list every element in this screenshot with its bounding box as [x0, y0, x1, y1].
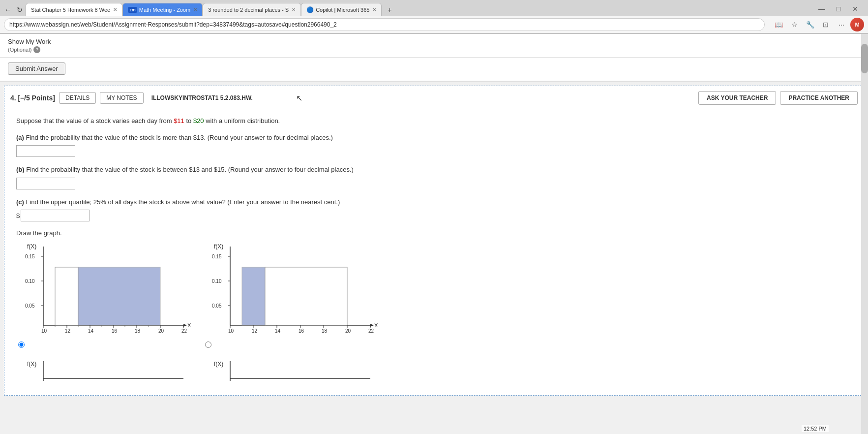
svg-text:18: 18 [322, 328, 328, 334]
scrollbar-thumb[interactable] [861, 44, 868, 73]
sub-question-b-text: (b) Find the probability that the value … [16, 165, 852, 175]
part-c-input[interactable] [21, 210, 90, 221]
tab-close-icon[interactable]: ✕ [372, 7, 376, 12]
svg-text:0.15: 0.15 [25, 254, 35, 259]
svg-text:22: 22 [368, 328, 374, 334]
read-aloud-icon[interactable]: 📖 [772, 18, 785, 31]
between-low: $13 [189, 166, 200, 173]
svg-text:14: 14 [88, 328, 94, 334]
svg-marker-33 [370, 324, 374, 327]
question-container: 4. [–/5 Points] DETAILS MY NOTES ILLOWSK… [4, 86, 864, 396]
part-a-input[interactable] [16, 145, 75, 157]
currency-symbol: $ [16, 212, 20, 219]
chart1-radio-input[interactable] [18, 341, 25, 348]
svg-text:14: 14 [275, 328, 281, 334]
profile-avatar[interactable]: M [850, 18, 864, 31]
cursor-indicator: ↖ [296, 93, 302, 103]
charts-row-1: f(X) X 0.15 [16, 242, 852, 351]
chart-2: f(X) X 0.15 0.10 [203, 242, 380, 351]
close-window-button[interactable]: ✕ [848, 2, 862, 16]
sub-question-c-text: (c) Find the upper quartile; 25% of all … [16, 197, 852, 207]
svg-text:10: 10 [41, 328, 47, 334]
svg-text:22: 22 [181, 328, 187, 334]
tab-close-icon[interactable]: ✕ [292, 7, 296, 12]
tab-copilot[interactable]: 🔵 Copilot | Microsoft 365 ✕ [301, 3, 382, 16]
currency-input-wrapper: $ [16, 210, 852, 221]
question-actions: ASK YOUR TEACHER PRACTICE ANOTHER [698, 91, 858, 105]
chart4-ylabel: f(X) [214, 361, 223, 368]
textbook-reference: ILLOWSKYINTROSTAT1 5.2.083.HW. [151, 94, 253, 101]
svg-rect-41 [242, 267, 265, 325]
tab-label: 3 rounded to 2 decimal places - S [208, 7, 289, 13]
between-high: $15 [214, 166, 225, 173]
restore-button[interactable]: □ [832, 2, 845, 16]
svg-text:0.10: 0.10 [212, 279, 222, 284]
svg-text:16: 16 [299, 328, 304, 334]
tab-3-rounded[interactable]: 3 rounded to 2 decimal places - S ✕ [203, 3, 301, 16]
chart2-radio-input[interactable] [205, 341, 211, 348]
svg-text:0.05: 0.05 [25, 303, 35, 309]
question-body: Suppose that the value of a stock varies… [4, 110, 864, 395]
help-icon[interactable]: ? [33, 46, 40, 53]
chart2-ylabel: f(X) [214, 243, 223, 250]
svg-rect-11 [78, 267, 160, 325]
show-my-work-label[interactable]: Show My Work [8, 38, 860, 45]
svg-marker-2 [183, 324, 187, 327]
chart2-radio[interactable] [205, 341, 211, 349]
charts-row-2: f(X) f(X) [16, 356, 852, 382]
svg-text:X: X [374, 322, 378, 328]
my-notes-button[interactable]: MY NOTES [100, 92, 143, 104]
browser-chrome: ← ↻ Stat Chapter 5 Homework 8 Wee ✕ zm M… [0, 0, 868, 34]
settings-icon[interactable]: ··· [835, 18, 848, 31]
chart-3-svg: f(X) [16, 356, 193, 381]
svg-text:12: 12 [252, 328, 258, 334]
split-screen-icon[interactable]: ⊡ [819, 18, 833, 31]
chart-3: f(X) [16, 356, 193, 382]
chart-2-svg: f(X) X 0.15 0.10 [203, 242, 380, 350]
practice-another-button[interactable]: PRACTICE ANOTHER [780, 91, 858, 105]
scrollbar-track [861, 34, 868, 434]
tab-zoom-meeting[interactable]: zm Math Meeting - Zoom ✕ [122, 3, 203, 16]
submit-answer-button[interactable]: Submit Answer [8, 62, 65, 75]
tab-stat-homework[interactable]: Stat Chapter 5 Homework 8 Wee ✕ [26, 3, 122, 16]
back-button[interactable]: ← [2, 4, 14, 16]
svg-text:20: 20 [345, 328, 351, 334]
svg-text:18: 18 [135, 328, 141, 334]
sub-question-b: (b) Find the probability that the value … [16, 165, 852, 189]
ask-teacher-button[interactable]: ASK YOUR TEACHER [698, 91, 776, 105]
svg-text:16: 16 [112, 328, 118, 334]
chart1-radio[interactable] [18, 341, 25, 349]
svg-text:20: 20 [158, 328, 164, 334]
zoom-icon: zm [128, 7, 137, 13]
part-c-label: (c) [16, 198, 24, 206]
tab-bar: ← ↻ Stat Chapter 5 Homework 8 Wee ✕ zm M… [0, 0, 868, 16]
sub-question-a-text: (a) Find the probability that the value … [16, 133, 852, 143]
details-button[interactable]: DETAILS [59, 92, 96, 104]
minimize-button[interactable]: — [815, 2, 829, 16]
svg-text:X: X [187, 322, 191, 328]
optional-text: (Optional) [8, 47, 31, 53]
svg-rect-10 [55, 267, 78, 325]
new-tab-button[interactable]: + [384, 4, 395, 16]
problem-statement: Suppose that the value of a stock varies… [16, 116, 852, 126]
address-bar[interactable] [4, 18, 765, 31]
part-b-input[interactable] [16, 178, 75, 189]
tab-close-icon[interactable]: ✕ [113, 7, 117, 12]
sub-question-a: (a) Find the probability that the value … [16, 133, 852, 157]
page-content: Show My Work (Optional) ? Submit Answer … [0, 34, 868, 434]
svg-text:10: 10 [228, 328, 234, 334]
reload-button[interactable]: ↻ [14, 4, 26, 16]
svg-text:0.10: 0.10 [25, 279, 35, 284]
favorites-icon[interactable]: ☆ [787, 18, 801, 31]
question-header: 4. [–/5 Points] DETAILS MY NOTES ILLOWSK… [4, 86, 864, 110]
chart1-ylabel: f(X) [27, 243, 36, 250]
threshold-13: $13 [193, 134, 204, 141]
chart-1: f(X) X 0.15 [16, 242, 193, 351]
tab-close-icon[interactable]: ✕ [193, 7, 197, 12]
show-my-work-bar: Show My Work (Optional) ? [0, 34, 868, 58]
svg-text:12: 12 [65, 328, 71, 334]
chart-4-svg: f(X) [203, 356, 380, 381]
browser-action-icons: 📖 ☆ 🔧 ⊡ ··· M [772, 18, 864, 31]
browser-extension-icon[interactable]: 🔧 [803, 18, 817, 31]
chart3-ylabel: f(X) [27, 361, 36, 368]
